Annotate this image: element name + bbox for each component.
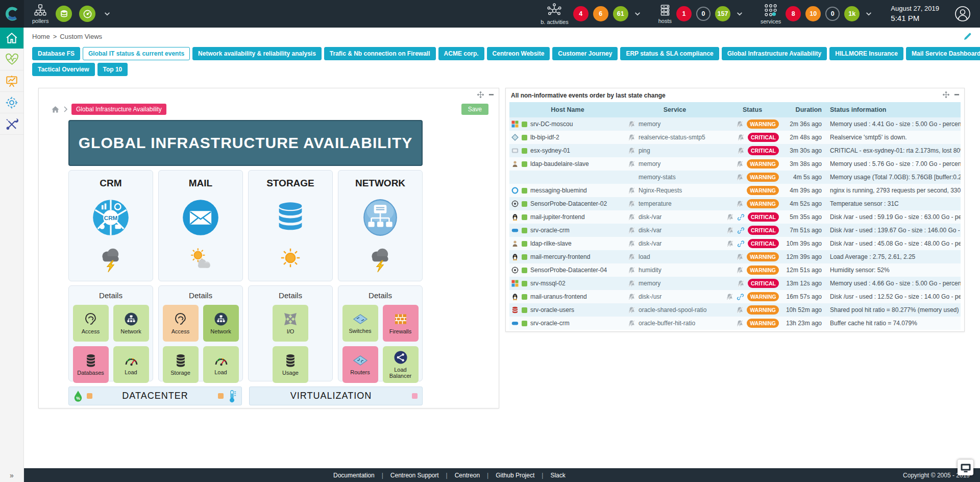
tab-centreon-website[interactable]: Centreon Website xyxy=(487,47,550,60)
tab-global-infrastructure-availability[interactable]: Global Infrastructure Availability xyxy=(722,47,827,60)
sidebar-item-configuration[interactable] xyxy=(0,92,23,113)
event-row[interactable]: mail-jupiter-frontenddisk-/varCRITICAL5m… xyxy=(509,210,961,224)
column-header-status-information[interactable]: Status information xyxy=(826,102,961,117)
detail-button-routers[interactable]: Routers xyxy=(342,346,378,383)
tab-erp-status-sla-compliance[interactable]: ERP status & SLA compliance xyxy=(620,47,719,60)
event-row[interactable]: ldap-rilke-slavedisk-/varCRITICAL10m 39s… xyxy=(509,237,961,250)
status-count-badge[interactable]: 4 xyxy=(573,6,589,21)
host-name[interactable]: srv-oracle-crm xyxy=(530,227,570,234)
footer-link-github-project[interactable]: Github Project xyxy=(488,472,542,479)
detail-button-access[interactable]: Access xyxy=(163,305,199,342)
tab-customer-journey[interactable]: Customer Journey xyxy=(552,47,618,60)
detail-button-databases[interactable]: Databases xyxy=(73,346,109,383)
service-name[interactable]: oracle-buffer-hit-ratio xyxy=(639,320,695,327)
service-name[interactable]: oracle-shared-spool-ratio xyxy=(639,306,706,314)
sidebar-item-monitoring[interactable] xyxy=(0,49,23,70)
service-name[interactable]: memory xyxy=(639,160,660,167)
infrastructure-bar-datacenter[interactable]: %DATACENTER xyxy=(68,387,242,405)
column-header-duration[interactable]: Duration xyxy=(781,102,826,117)
tab-database-fs[interactable]: Database FS xyxy=(32,47,80,60)
host-name[interactable]: lb-bip-idf-2 xyxy=(530,134,559,141)
widget-collapse-icon[interactable] xyxy=(954,92,960,98)
event-row[interactable]: esx-sydney-01pingCRITICAL3m 30s agoCRITI… xyxy=(509,144,961,157)
footer-link-centreon[interactable]: Centreon xyxy=(448,472,487,479)
poller-database-status[interactable] xyxy=(56,6,72,22)
breadcrumb-home[interactable]: Home xyxy=(32,33,50,40)
detail-button-i-o[interactable]: I/O xyxy=(273,305,308,342)
status-count-badge[interactable]: 157 xyxy=(715,6,730,21)
service-name[interactable]: memory xyxy=(639,280,660,287)
detail-button-network[interactable]: Network xyxy=(203,305,239,342)
detail-button-firewalls[interactable]: Firewalls xyxy=(383,305,419,342)
widget-collapse-icon[interactable] xyxy=(488,92,494,98)
event-row[interactable]: mail-uranus-frontenddisk-/usrWARNING16m … xyxy=(509,290,961,303)
service-column-storage[interactable]: STORAGE xyxy=(248,170,333,281)
status-group-hosts[interactable]: hosts10157 xyxy=(658,4,743,24)
home-icon[interactable] xyxy=(51,105,60,114)
status-count-badge[interactable]: 6 xyxy=(593,6,608,21)
tab-trafic-nb-connection-on-firewall[interactable]: Trafic & Nb connection on Firewall xyxy=(324,47,436,60)
detail-button-storage[interactable]: Storage xyxy=(163,346,199,383)
tab-tactical-overview[interactable]: Tactical Overview xyxy=(32,63,95,76)
event-row[interactable]: srv-oracle-crmdisk-/varCRITICAL7m 51s ag… xyxy=(509,224,961,237)
footer-link-centreon-support[interactable]: Centreon Support xyxy=(383,472,446,479)
event-row[interactable]: mail-mercury-frontendloadWARNING12m 39s … xyxy=(509,250,961,263)
centreon-logo[interactable] xyxy=(0,0,24,28)
host-name[interactable]: SensorProbe-Datacenter-04 xyxy=(530,267,607,274)
host-name[interactable]: mail-jupiter-frontend xyxy=(530,213,585,221)
poller-latency-status[interactable] xyxy=(79,6,95,22)
pollers-group[interactable]: pollers xyxy=(32,4,111,24)
host-name[interactable]: ldap-baudelaire-slave xyxy=(530,160,589,167)
edit-view-icon[interactable] xyxy=(963,32,972,41)
host-name[interactable]: srv-oracle-users xyxy=(530,306,574,314)
tv-mode-button[interactable] xyxy=(958,460,973,475)
host-name[interactable]: mail-uranus-frontend xyxy=(530,293,587,300)
service-name[interactable]: memory xyxy=(639,120,660,128)
status-count-badge[interactable]: 0 xyxy=(696,7,710,21)
footer-link-documentation[interactable]: Documentation xyxy=(326,472,382,479)
service-name[interactable]: memory-stats xyxy=(639,174,676,181)
detail-button-load[interactable]: Load xyxy=(203,346,239,383)
service-name[interactable]: humidity xyxy=(639,267,662,274)
host-name[interactable]: srv-mssql-02 xyxy=(530,280,566,287)
detail-button-load-balancer[interactable]: Load Balancer xyxy=(383,346,419,383)
sidebar-item-home[interactable] xyxy=(0,28,23,49)
service-name[interactable]: disk-/var xyxy=(639,240,662,247)
host-name[interactable]: ldap-rilke-slave xyxy=(530,240,572,247)
event-row[interactable]: srv-oracle-usersoracle-shared-spool-rati… xyxy=(509,303,961,317)
column-header-host-name[interactable]: Host Name xyxy=(509,102,626,117)
status-count-badge[interactable]: 1k xyxy=(844,6,860,21)
service-name[interactable]: load xyxy=(639,253,650,260)
service-name[interactable]: realservice-status-smtp5 xyxy=(639,134,705,141)
column-header-service[interactable]: Service xyxy=(626,102,724,117)
tab-network-availability-reliability-analysis[interactable]: Network availability & reliability analy… xyxy=(192,47,322,60)
status-count-badge[interactable]: 1 xyxy=(676,6,692,21)
detail-button-load[interactable]: Load xyxy=(113,346,149,383)
event-row[interactable]: srv-mssql-02memoryCRITICAL13m 12s agoMem… xyxy=(509,277,961,290)
event-row[interactable]: ldap-baudelaire-slavememoryWARNING3m 38s… xyxy=(509,157,961,171)
infrastructure-bar-virtualization[interactable]: VIRTUALIZATION xyxy=(249,387,423,405)
save-button[interactable]: Save xyxy=(461,104,488,115)
host-name[interactable]: srv-oracle-crm xyxy=(530,320,570,327)
host-name[interactable]: SensorProbe-Datacenter-02 xyxy=(530,200,607,207)
tab-mail-service-dashboard[interactable]: Mail Service Dashboard xyxy=(906,47,980,60)
status-count-badge[interactable]: 10 xyxy=(805,6,821,21)
sidebar-item-administration[interactable] xyxy=(0,113,23,135)
footer-link-slack[interactable]: Slack xyxy=(543,472,572,479)
tab-global-it-status-current-events[interactable]: Global IT status & current events xyxy=(83,47,190,60)
status-group-business-activities[interactable]: b. activities4661 xyxy=(541,3,641,25)
event-row[interactable]: SensorProbe-Datacenter-04humidityWARNING… xyxy=(509,263,961,277)
host-name[interactable]: srv-DC-moscou xyxy=(530,120,573,128)
user-avatar-icon[interactable] xyxy=(954,6,971,22)
tab-acme-corp[interactable]: ACME corp. xyxy=(438,47,484,60)
event-row[interactable]: srv-DC-moscoumemoryWARNING2m 36s agoMemo… xyxy=(509,117,961,131)
tab-top-10[interactable]: Top 10 xyxy=(97,63,128,76)
host-name[interactable]: mail-mercury-frontend xyxy=(530,253,590,260)
service-name[interactable]: Nginx-Requests xyxy=(639,187,682,194)
event-row[interactable]: SensorProbe-Datacenter-02temperatureWARN… xyxy=(509,197,961,210)
service-name[interactable]: disk-/usr xyxy=(639,293,662,300)
service-name[interactable]: temperature xyxy=(639,200,672,207)
widget-move-icon[interactable] xyxy=(477,91,484,98)
status-group-services[interactable]: services81001k xyxy=(761,3,872,25)
service-name[interactable]: disk-/var xyxy=(639,227,662,234)
